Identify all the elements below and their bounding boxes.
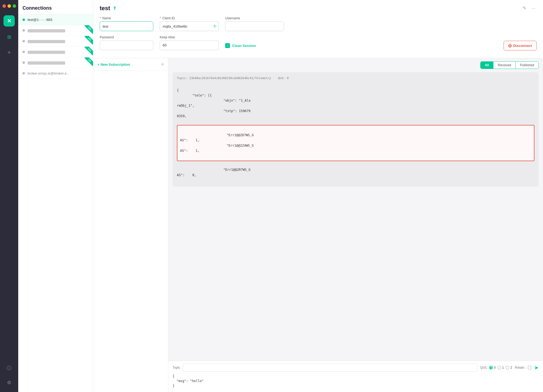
connection-item[interactable]: SSL (18, 36, 93, 47)
connection-item[interactable]: broker.emqx.io@broker.e... (18, 68, 93, 79)
connections-title: Connections (23, 5, 52, 11)
qos-0-radio[interactable]: 0 (489, 366, 496, 369)
name-input[interactable] (100, 21, 153, 31)
app-logo: ✕ (3, 15, 15, 27)
tab-published[interactable]: Published (515, 62, 538, 69)
cleansession-label: Clean Session (232, 44, 256, 48)
clientid-input[interactable] (160, 21, 219, 31)
connection-title-text: test (100, 5, 110, 12)
ssl-badge: SSL (82, 57, 93, 68)
form-row-1: * Name * Client ID ↻ Username (100, 16, 537, 31)
password-label: Password (100, 35, 153, 39)
lower-section: + New Subscription ≡ All Received Publis… (93, 58, 543, 392)
new-subscription-button[interactable]: + New Subscription (98, 62, 130, 66)
disconnect-button[interactable]: ⏻ Disconnect (504, 41, 537, 50)
compose-topic-row: Topic QoS: 0 1 (173, 364, 539, 372)
message-area[interactable]: Topic: 23640ac261b74e4c0e360238ceb062b46… (168, 72, 543, 361)
qos-2-label: 2 (510, 366, 512, 369)
ssl-badge: SSL (82, 36, 93, 47)
filter-tabs: All Received Published (480, 61, 539, 69)
settings-icon: ⚙ (7, 380, 11, 386)
topbar-actions: ✎ ··· (522, 4, 537, 12)
connection-status-dot (23, 19, 25, 21)
logo-icon: ✕ (7, 18, 12, 24)
main-content: test ⇑ ✎ ··· * Name (93, 0, 543, 392)
connection-name: broker.emqx.io@broker.e... (28, 71, 89, 75)
close-button[interactable] (2, 4, 6, 8)
qos-1-radio[interactable]: 1 (497, 366, 504, 369)
qos-options: QoS: 0 1 2 (480, 366, 512, 369)
keepalive-input[interactable] (160, 40, 219, 50)
minimize-button[interactable] (8, 4, 11, 8)
connection-item[interactable]: test@1·· ·· ··883 (18, 14, 93, 25)
clientid-field-group: * Client ID ↻ (160, 16, 219, 31)
new-sub-label: + New Subscription (98, 62, 130, 66)
connection-status-dot (23, 29, 25, 32)
qos-1-dot[interactable] (497, 366, 501, 369)
ssl-label: SSL (84, 25, 93, 34)
connection-item[interactable]: SSL (18, 25, 93, 36)
ssl-badge: SSL (82, 47, 93, 57)
clientid-label: * Client ID (160, 16, 219, 20)
form-row-2: Password Keep Alive ✓ Clean Session ⏻ Di… (100, 35, 537, 54)
send-button[interactable]: ➤ (534, 364, 539, 371)
retain-checkbox[interactable] (528, 366, 531, 369)
messages-toolbar: All Received Published (168, 58, 543, 72)
tab-all[interactable]: All (481, 62, 493, 69)
message-json: { "tele": [{ "objn": "1_Ala rmObj_1", "t… (177, 83, 534, 124)
username-field-group: Username (225, 16, 284, 31)
disconnect-icon: ⏻ (508, 44, 512, 48)
ssl-label: SSL (84, 57, 93, 66)
add-icon: + (8, 49, 11, 56)
sidebar-item-settings[interactable]: ⚙ (4, 378, 14, 388)
clientid-required: * (160, 16, 161, 20)
connection-status-dot (23, 40, 25, 42)
sidebar-item-connections[interactable]: ⊞ (4, 32, 14, 42)
cleansession-group: ✓ Clean Session (225, 37, 256, 48)
connection-item[interactable]: SSL (18, 47, 93, 57)
name-label: * Name (100, 16, 153, 20)
detail-title-row: test ⇑ ✎ ··· (100, 4, 537, 12)
maximize-button[interactable] (13, 4, 16, 8)
qos-label: QoS: (480, 366, 488, 369)
disconnect-group: ⏻ Disconnect (504, 35, 537, 50)
sidebar-item-info[interactable]: ⓘ (4, 363, 14, 373)
message-json-after: "Err1@@2R7WS_G AS": 0, (177, 162, 534, 183)
collapse-icon[interactable]: ⇑ (113, 6, 116, 11)
password-input[interactable] (100, 40, 153, 50)
qos-0-label: 0 (494, 366, 496, 369)
refresh-icon[interactable]: ↻ (213, 24, 217, 28)
qos-2-dot[interactable] (505, 366, 509, 369)
username-input[interactable] (225, 21, 284, 31)
connection-name (28, 50, 89, 54)
detail-title: test ⇑ (100, 5, 116, 12)
message-qos: QoS: 0 (278, 76, 289, 80)
connection-status-dot (23, 51, 25, 53)
topic-label: Topic (173, 366, 180, 369)
cleansession-checkbox[interactable]: ✓ (225, 43, 230, 48)
tab-received[interactable]: Received (493, 62, 515, 69)
ssl-badge: SSL (82, 25, 93, 36)
keepalive-field-group: Keep Alive (160, 35, 219, 50)
sidebar-item-add[interactable]: + (4, 47, 14, 58)
ssl-label: SSL (84, 47, 93, 55)
more-button[interactable]: ··· (531, 5, 537, 12)
compose-message-area: { "msg": "hello" } (173, 374, 539, 389)
connection-item[interactable]: SSL (18, 57, 93, 68)
message-meta: Topic: 23640ac261b74e4c0e360238ceb062b46… (177, 76, 534, 81)
message-topic: Topic: 23640ac261b74e4c0e360238ceb062b46… (177, 76, 271, 80)
info-icon: ⓘ (7, 365, 12, 371)
connection-name (28, 39, 89, 43)
edit-button[interactable]: ✎ (522, 4, 527, 12)
password-field-group: Password (100, 35, 153, 50)
connections-panel: Connections test@1·· ·· ··883 SSL SSL SS… (18, 0, 93, 392)
qos-0-dot[interactable] (489, 366, 493, 369)
compose-area: Topic QoS: 0 1 (168, 361, 543, 392)
topic-input[interactable] (183, 364, 478, 372)
clientid-input-wrapper: ↻ (160, 21, 219, 31)
ssl-label: SSL (84, 36, 93, 45)
list-icon[interactable]: ≡ (161, 62, 164, 67)
qos-2-radio[interactable]: 2 (505, 366, 512, 369)
message-textarea[interactable]: { "msg": "hello" } (173, 374, 539, 388)
keepalive-label: Keep Alive (160, 35, 219, 39)
